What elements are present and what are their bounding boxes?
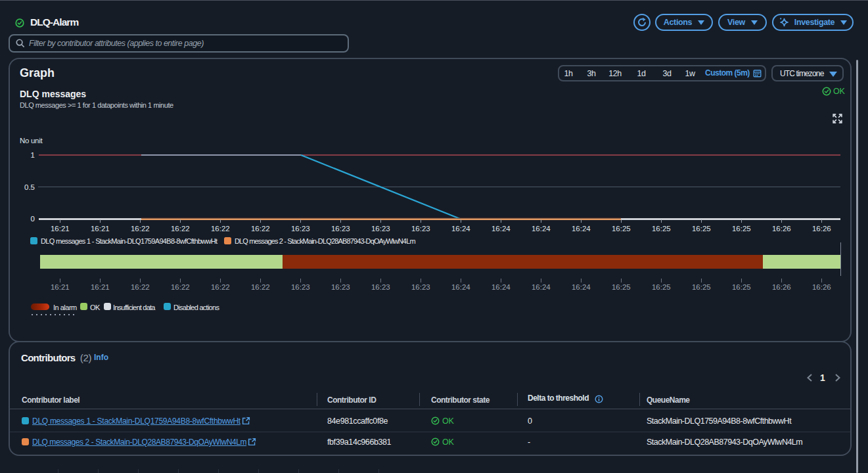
svg-text:0: 0	[31, 215, 35, 223]
svg-text:0.5: 0.5	[24, 183, 35, 191]
svg-text:1: 1	[31, 151, 35, 159]
